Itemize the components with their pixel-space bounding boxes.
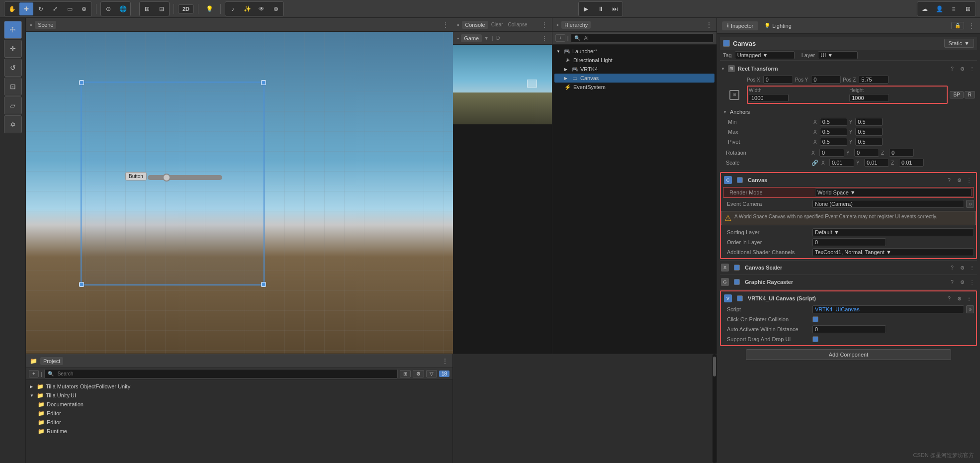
scene-canvas[interactable]: Button <box>26 32 453 354</box>
anchor-min-y[interactable] <box>855 118 883 126</box>
vrtk-comp-settings[interactable]: ⚙ <box>955 294 963 302</box>
hierarchy-item-dirlight[interactable]: ☀ Directional Light <box>554 56 714 65</box>
scale-z-field[interactable] <box>899 159 924 167</box>
scale-tool-btn[interactable]: ⊡ <box>4 78 22 95</box>
project-item-4[interactable]: 📁 Editor <box>28 418 450 427</box>
project-add-btn[interactable]: + <box>29 370 39 377</box>
anchors-header[interactable]: ▼ Anchors <box>722 107 977 117</box>
event-camera-field[interactable] <box>812 200 964 208</box>
rect-transform-header[interactable]: ▼ ⊞ Rect Transform ? ⚙ ⋮ <box>720 63 977 75</box>
auto-activate-field[interactable] <box>812 325 886 333</box>
canvas-comp-menu[interactable]: ⋮ <box>965 176 973 184</box>
handle-bl[interactable] <box>79 282 84 287</box>
canvas-comp-settings[interactable]: ⚙ <box>955 176 963 184</box>
canvas-scaler-checkbox[interactable] <box>734 265 740 271</box>
game-menu[interactable]: ⋮ <box>541 34 548 42</box>
scene-view-btn[interactable]: 👁 <box>255 2 268 15</box>
pos-z-field[interactable] <box>859 76 889 84</box>
layer-dropdown[interactable]: UI ▼ <box>818 51 858 59</box>
shader-channels-dropdown[interactable]: TexCoord1, Normal, Tangent ▼ <box>812 248 974 256</box>
static-dropdown[interactable]: Static ▼ <box>944 39 974 48</box>
order-in-layer-field[interactable] <box>812 238 886 246</box>
collapse-btn[interactable]: Collapse <box>508 22 528 27</box>
canvas-comp-checkbox[interactable] <box>737 177 743 183</box>
graphic-raycaster-menu[interactable]: ⋮ <box>968 278 976 286</box>
scale-y-field[interactable] <box>864 159 889 167</box>
handle-tl[interactable] <box>79 80 84 85</box>
project-search-box[interactable]: 🔍 <box>44 369 398 378</box>
canvas-scaler-menu[interactable]: ⋮ <box>968 264 976 272</box>
rect-transform-menu[interactable]: ⋮ <box>968 65 976 73</box>
script-field[interactable] <box>812 305 964 313</box>
inspector-menu[interactable]: ⋮ <box>968 22 975 30</box>
hierarchy-tab[interactable]: Hierarchy <box>561 21 591 29</box>
project-item-1[interactable]: ▼ 📁 Tilia Unity.UI <box>28 391 450 400</box>
canvas-scaler-settings[interactable]: ⚙ <box>958 264 966 272</box>
script-target-btn[interactable]: ⊙ <box>966 305 974 313</box>
pos-y-field[interactable] <box>811 76 841 84</box>
support-drag-checkbox[interactable] <box>812 336 818 342</box>
rect-transform-help[interactable]: ? <box>948 65 956 73</box>
hierarchy-menu[interactable]: ⋮ <box>706 21 713 29</box>
anchor-max-x[interactable] <box>820 128 847 136</box>
layers-btn[interactable]: ≡ <box>947 2 961 15</box>
game-dropdown[interactable]: ▼ <box>484 35 489 41</box>
pivot-btn[interactable]: ⊙ <box>101 2 115 15</box>
2d-toggle[interactable]: 2D <box>178 4 194 13</box>
event-camera-target-btn[interactable]: ⊙ <box>966 200 974 208</box>
sorting-layer-dropdown[interactable]: Default ▼ <box>812 228 974 236</box>
project-item-2[interactable]: 📁 Documentation <box>28 400 450 409</box>
hierarchy-search-input[interactable] <box>581 34 710 42</box>
graphic-raycaster-checkbox[interactable] <box>734 279 740 285</box>
project-settings-btn[interactable]: ⚙ <box>413 370 424 377</box>
graphic-raycaster-settings[interactable]: ⚙ <box>958 278 966 286</box>
canvas-comp-help[interactable]: ? <box>945 176 953 184</box>
rect-select-btn[interactable]: ▱ <box>4 96 22 114</box>
scale-tool[interactable]: ⤢ <box>48 2 62 15</box>
hierarchy-item-canvas[interactable]: ▶ ▭ Canvas <box>554 74 714 83</box>
collab-btn[interactable]: ☁ <box>918 2 932 15</box>
rect-tool[interactable]: ▭ <box>63 2 77 15</box>
add-component-btn[interactable]: Add Component <box>746 349 952 360</box>
gizmo-btn[interactable]: ⊛ <box>269 2 283 15</box>
hand-tool[interactable]: ✋ <box>5 2 19 15</box>
hierarchy-scrollbar[interactable] <box>713 354 716 463</box>
canvas-comp-header[interactable]: C Canvas ? ⚙ ⋮ <box>721 174 976 186</box>
project-tab[interactable]: Project <box>40 357 63 365</box>
rot-x-field[interactable] <box>819 149 844 157</box>
canvas-scaler-help[interactable]: ? <box>948 264 956 272</box>
hierarchy-item-launcher[interactable]: ▼ 🎮 Launcher* <box>554 47 714 56</box>
anchor-max-y[interactable] <box>855 128 883 136</box>
pos-x-field[interactable] <box>763 76 793 84</box>
vrtk-comp-header[interactable]: V VRTK4_UI Canvas (Script) ? ⚙ ⋮ <box>721 292 976 304</box>
project-item-0[interactable]: ▶ 📁 Tilia Mutators ObjectFollower Unity <box>28 382 450 391</box>
tag-dropdown[interactable]: Untagged ▼ <box>735 51 795 59</box>
pivot-y[interactable] <box>855 138 883 146</box>
graphic-raycaster-help[interactable]: ? <box>948 278 956 286</box>
rot-z-field[interactable] <box>889 149 914 157</box>
layout-btn[interactable]: ⊞ <box>961 2 975 15</box>
vrtk-comp-help[interactable]: ? <box>945 294 953 302</box>
game-tab[interactable]: Game <box>461 34 482 42</box>
project-search-input[interactable] <box>55 370 394 377</box>
inspector-lock-btn[interactable]: 🔒 <box>951 22 964 29</box>
width-field[interactable] <box>749 94 789 102</box>
step-btn[interactable]: ⏭ <box>608 2 622 15</box>
audio-btn[interactable]: ♪ <box>226 2 240 15</box>
height-field[interactable] <box>849 94 889 102</box>
project-menu[interactable]: ⋮ <box>442 357 448 365</box>
rotate-tool[interactable]: ↻ <box>34 2 48 15</box>
rect-transform-settings[interactable]: ⚙ <box>958 65 966 73</box>
graphic-raycaster-header[interactable]: G Graphic Raycaster ? ⚙ ⋮ <box>720 276 977 288</box>
combined-tool[interactable]: ⊕ <box>77 2 91 15</box>
vrtk-comp-checkbox[interactable] <box>737 295 743 301</box>
canvas-active-checkbox[interactable] <box>723 40 730 47</box>
scale-x-field[interactable] <box>829 159 854 167</box>
transform-btn[interactable]: ✡ <box>4 115 22 133</box>
r-btn[interactable]: R <box>965 91 975 98</box>
project-item-5[interactable]: 📁 Runtime <box>28 427 450 436</box>
handle-tr[interactable] <box>261 80 266 85</box>
rot-y-field[interactable] <box>854 149 879 157</box>
cursor-tool-btn[interactable]: ☩ <box>4 21 22 39</box>
fx-btn[interactable]: ✨ <box>240 2 254 15</box>
